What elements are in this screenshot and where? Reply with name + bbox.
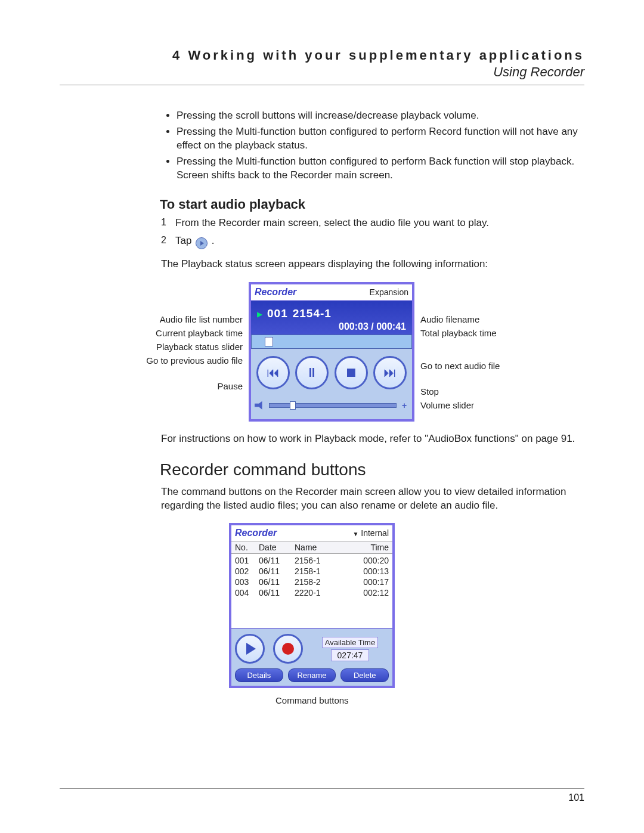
command-row: Details Rename Delete	[235, 668, 389, 682]
chevron-down-icon	[352, 528, 361, 538]
step-number: 2	[161, 235, 175, 249]
slider-knob-icon[interactable]	[265, 337, 273, 346]
heading-command-buttons: Recorder command buttons	[160, 460, 584, 479]
total-time: 000:41	[376, 321, 406, 332]
figure-caption: Command buttons	[275, 695, 584, 705]
playback-figure: Audio file list number Current playback …	[132, 282, 584, 422]
col-no: No.	[235, 543, 259, 552]
left-callouts: Audio file list number Current playback …	[132, 282, 249, 391]
app-titlebar: Recorder Internal	[231, 525, 392, 541]
app-titlebar: Recorder Expansion	[251, 284, 412, 301]
steps-list: 1 From the Recorder main screen, select …	[161, 217, 584, 249]
callout: Playback status slider	[132, 342, 243, 352]
bullet: Pressing the Multi-function button confi…	[177, 155, 584, 182]
playback-slider[interactable]	[251, 335, 412, 349]
callout: Audio file list number	[132, 314, 243, 324]
track-name: 2154-1	[293, 307, 332, 320]
section-title: Using Recorder	[60, 64, 584, 80]
recorder-main-screen: Recorder Internal No. Date Name Time 001…	[229, 523, 395, 688]
table-body: 00106/112156-1000:2000206/112158-1000:13…	[231, 554, 392, 629]
volume-knob-icon[interactable]	[290, 401, 296, 410]
play-icon	[196, 237, 208, 249]
page-number: 101	[60, 788, 584, 803]
table-row[interactable]: 00306/112158-2000:17	[235, 577, 389, 587]
playing-indicator-icon	[257, 308, 262, 320]
col-name: Name	[295, 543, 353, 552]
callout: Audio filename	[420, 314, 519, 324]
time-separator: /	[369, 321, 376, 332]
recorder-playback-screen: Recorder Expansion 001 2154-1 000:03 / 0…	[249, 282, 414, 422]
pause-button[interactable]: ⏸	[295, 356, 329, 389]
storage-menu[interactable]: Expansion	[370, 287, 408, 297]
callout: Total playback time	[420, 328, 519, 338]
stop-button[interactable]: ⏹	[335, 356, 368, 389]
details-button[interactable]: Details	[235, 668, 283, 682]
bullet: Pressing the scroll buttons will increas…	[177, 109, 584, 123]
delete-button[interactable]: Delete	[340, 668, 389, 682]
col-time: Time	[353, 543, 389, 552]
bottom-panel: Available Time 027:47 Details Rename Del…	[231, 629, 392, 686]
record-button[interactable]	[273, 634, 303, 664]
paragraph: For instructions on how to work in Playb…	[161, 432, 584, 446]
rename-button[interactable]: Rename	[288, 668, 336, 682]
available-time-box: Available Time 027:47	[311, 637, 389, 661]
callout: Go to next audio file	[420, 361, 519, 371]
callout: Stop	[420, 386, 519, 397]
now-playing-panel: 001 2154-1 000:03 / 000:41	[251, 301, 412, 335]
step-text-pre: Tap	[175, 235, 194, 246]
table-header: No. Date Name Time	[231, 541, 392, 554]
heading-start-playback: To start audio playback	[160, 197, 584, 212]
right-callouts: Audio filename Total playback time Go to…	[414, 282, 519, 410]
col-date: Date	[259, 543, 295, 552]
table-row[interactable]: 00406/112220-1002:12	[235, 587, 389, 598]
plus-icon: +	[400, 401, 408, 410]
available-time-label: Available Time	[322, 637, 378, 648]
volume-slider[interactable]	[269, 403, 397, 408]
prev-button[interactable]: ⏮	[256, 356, 290, 389]
play-button[interactable]	[235, 634, 265, 664]
callout: Pause	[132, 381, 243, 391]
app-title: Recorder	[235, 528, 277, 538]
page-header: 4 Working with your supplementary applic…	[60, 48, 584, 85]
step-number: 1	[161, 217, 175, 229]
track-index: 001	[267, 307, 288, 320]
next-button[interactable]: ⏭	[373, 356, 407, 389]
mainlist-figure: Recorder Internal No. Date Name Time 001…	[229, 523, 584, 705]
app-title: Recorder	[255, 287, 296, 298]
page-body: Pressing the scroll buttons will increas…	[161, 109, 584, 705]
paragraph: The command buttons on the Recorder main…	[161, 485, 584, 513]
callout: Current playback time	[132, 328, 243, 338]
chapter-title: 4 Working with your supplementary applic…	[60, 48, 584, 63]
current-time: 000:03	[339, 321, 369, 332]
speaker-icon	[255, 401, 265, 410]
transport-controls: ⏮ ⏸ ⏹ ⏭	[251, 349, 412, 397]
step-text: From the Recorder main screen, select th…	[175, 217, 584, 229]
callout: Go to previous audio file	[132, 355, 243, 366]
volume-row: +	[251, 397, 412, 419]
step-text: Tap .	[175, 235, 584, 249]
available-time-value: 027:47	[331, 649, 370, 661]
paragraph: The Playback status screen appears displ…	[161, 258, 584, 271]
notes-bullets: Pressing the scroll buttons will increas…	[161, 109, 584, 182]
bullet: Pressing the Multi-function button confi…	[177, 125, 584, 153]
step-text-post: .	[209, 235, 214, 246]
table-row[interactable]: 00106/112156-1000:20	[235, 555, 389, 566]
table-row[interactable]: 00206/112158-1000:13	[235, 566, 389, 577]
storage-menu[interactable]: Internal	[352, 528, 389, 538]
callout: Volume slider	[420, 400, 519, 410]
